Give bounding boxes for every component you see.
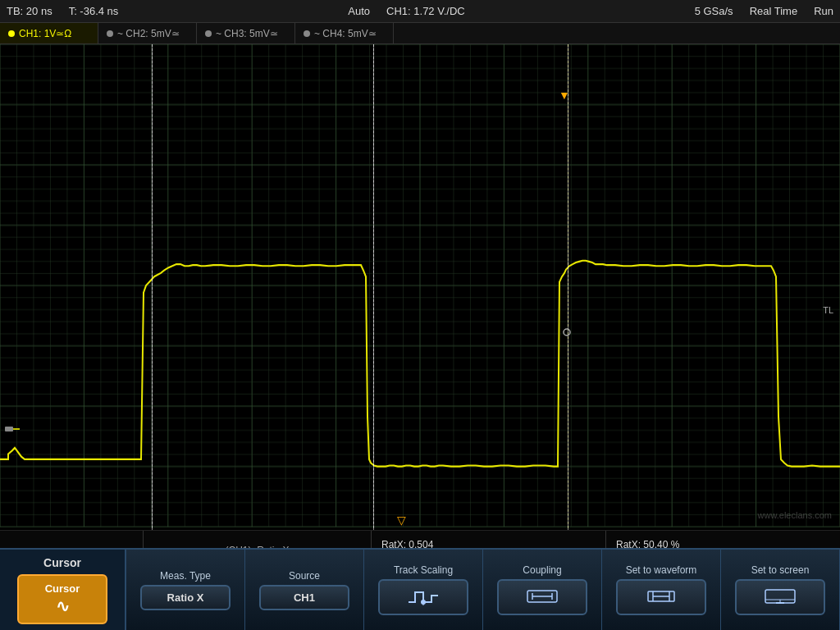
source-value: CH1	[294, 591, 315, 604]
cursor-button[interactable]: Cursor ∿	[17, 574, 107, 624]
set-to-screen-button[interactable]	[735, 579, 825, 615]
set-to-screen-icon	[764, 587, 797, 609]
cursor-waveform-icon: ∿	[56, 596, 70, 616]
coupling-group: Coupling	[483, 550, 602, 630]
set-to-waveform-icon	[645, 587, 678, 609]
cursor-btn-label: Cursor	[45, 582, 80, 595]
ch3-label: ~ CH3: 5mV≃	[216, 28, 278, 39]
channel-tabs: CH1: 1V≃Ω ~ CH2: 5mV≃ ~ CH3: 5mV≃ ~ CH4:…	[0, 23, 840, 44]
track-scaling-icon	[407, 587, 440, 609]
ch2-indicator	[107, 30, 113, 37]
trigger-mode-display: Auto	[348, 5, 370, 17]
ch4-indicator	[304, 30, 310, 37]
sample-rate-display: 5 GSa/s	[695, 5, 733, 17]
set-to-waveform-group: Set to waveform	[602, 550, 721, 630]
coupling-icon	[526, 587, 559, 609]
svg-point-0	[564, 329, 570, 336]
meas-type-label: Meas. Type	[160, 570, 211, 582]
coupling-button[interactable]	[497, 579, 587, 615]
watermark-text: www.eleclans.com	[758, 510, 832, 520]
ch2-tab[interactable]: ~ CH2: 5mV≃	[98, 23, 197, 43]
track-scaling-group: Track Scaling	[364, 550, 483, 630]
ch2-label: ~ CH2: 5mV≃	[117, 28, 180, 39]
ch1-scale-display: CH1: 1.72 V./DC	[386, 5, 465, 17]
svg-rect-1	[5, 427, 13, 431]
cursor-3-line[interactable]: 3	[373, 44, 374, 569]
meas-type-group: Meas. Type Ratio X	[126, 550, 245, 630]
set-to-screen-label: Set to screen	[751, 564, 810, 576]
ch4-tab[interactable]: ~ CH4: 5mV≃	[295, 23, 394, 43]
tl-marker: TL	[823, 305, 833, 315]
ground-marker	[5, 423, 20, 436]
waveform-display	[0, 44, 840, 569]
meas-type-button[interactable]: Ratio X	[140, 585, 231, 610]
trigger-time-display: T: -36.4 ns	[69, 5, 119, 17]
track-scaling-label: Track Scaling	[394, 564, 453, 576]
cursor-section: Cursor Cursor ∿	[0, 550, 126, 630]
source-button[interactable]: CH1	[259, 585, 349, 610]
ch3-indicator	[205, 30, 212, 37]
cursor-crosshair	[563, 325, 571, 333]
ch1-tab[interactable]: CH1: 1V≃Ω	[0, 23, 98, 43]
oscilloscope-display: 1 3 2 ▼ TL ▽ www.eleclans.com (CH1): Rat…	[0, 44, 840, 569]
cursor-section-title: Cursor	[43, 556, 81, 569]
trigger-arrow: ▼	[559, 89, 570, 102]
source-group: Source CH1	[245, 550, 364, 630]
ch4-label: ~ CH4: 5mV≃	[314, 28, 377, 39]
source-label: Source	[289, 570, 320, 582]
cursor-1-line[interactable]: 1	[152, 44, 153, 569]
trigger-bottom-marker: ▽	[397, 514, 406, 527]
ch1-indicator	[8, 30, 15, 37]
cursor-2-line[interactable]: 2	[568, 44, 568, 569]
acq-mode-display: Real Time	[750, 5, 798, 17]
coupling-label: Coupling	[523, 564, 561, 576]
bottom-control-bar: Cursor Cursor ∿ Meas. Type Ratio X Sourc…	[0, 548, 840, 630]
track-scaling-button[interactable]	[378, 579, 468, 615]
timebase-display: TB: 20 ns	[7, 5, 52, 17]
set-to-waveform-button[interactable]	[616, 579, 706, 615]
run-state-display: Run	[814, 5, 833, 17]
set-to-screen-group: Set to screen	[721, 550, 840, 630]
top-status-bar: TB: 20 ns T: -36.4 ns Auto CH1: 1.72 V./…	[0, 0, 840, 23]
meas-type-value: Ratio X	[167, 591, 204, 604]
ch1-label: CH1: 1V≃Ω	[19, 28, 71, 39]
ch3-tab[interactable]: ~ CH3: 5mV≃	[197, 23, 295, 43]
set-to-waveform-label: Set to waveform	[626, 564, 697, 576]
